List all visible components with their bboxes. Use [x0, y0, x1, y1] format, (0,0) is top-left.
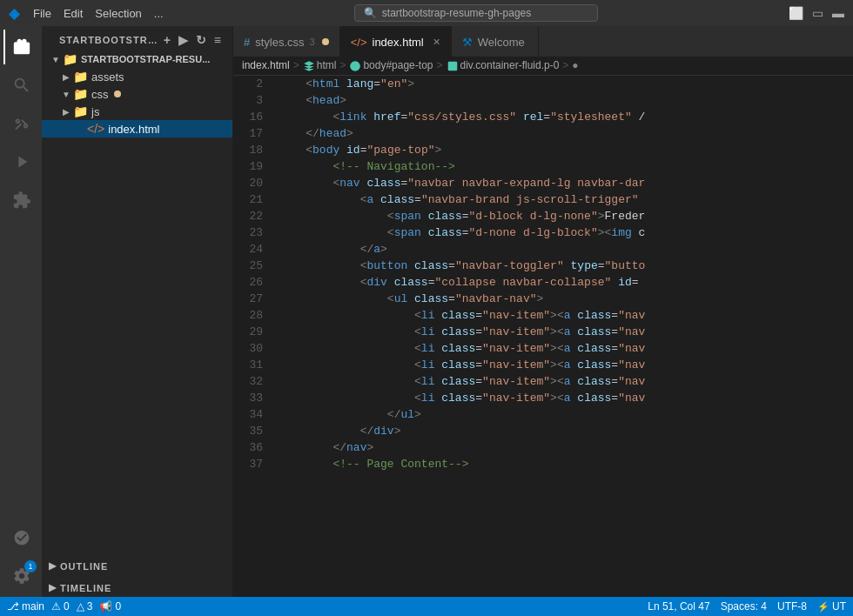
sep4: >	[562, 59, 568, 71]
menu-edit[interactable]: Edit	[64, 7, 83, 20]
styles-css-dot	[322, 38, 329, 45]
menu-more[interactable]: ...	[154, 7, 164, 20]
tree-item-js[interactable]: ▶ 📁 js	[42, 103, 232, 120]
source-control-icon[interactable]	[3, 106, 38, 141]
breadcrumb-more: ●	[572, 59, 578, 71]
remote-status[interactable]: ⚡ UT	[817, 600, 846, 613]
activity-bar: 1	[0, 26, 42, 597]
tree-item-index-html[interactable]: ▶ </> index.html	[42, 120, 232, 137]
explorer-title: STARTBOOTSTRAP-RESU...	[59, 35, 164, 45]
timeline-section[interactable]: ▶ TIMELINE	[42, 575, 232, 597]
css-label: css	[91, 88, 109, 101]
encoding-text: UTF-8	[777, 600, 807, 613]
menu-selection[interactable]: Selection	[95, 7, 141, 20]
layout-icon-2[interactable]: ▭	[812, 6, 823, 20]
indentation[interactable]: Spaces: 4	[721, 600, 767, 613]
folder-icon: 📁	[63, 52, 77, 66]
svg-rect-1	[447, 62, 457, 71]
sep2: >	[339, 59, 346, 71]
tree-item-css[interactable]: ▼ 📁 css	[42, 85, 232, 103]
remote-icon[interactable]	[3, 520, 38, 555]
menu-file[interactable]: File	[33, 7, 51, 20]
layout-icon-3[interactable]: ▬	[832, 6, 844, 20]
encoding[interactable]: UTF-8	[777, 600, 807, 613]
git-branch[interactable]: ⎇ main	[7, 600, 44, 613]
outline-section[interactable]: ▶ OUTLINE	[42, 553, 232, 575]
tab-styles-css[interactable]: # styles.css 3	[233, 26, 340, 57]
error-icon: ⚠	[51, 600, 61, 613]
title-bar-search: 🔍 startbootstrap-resume-gh-pages	[178, 4, 775, 22]
status-bar: ⎇ main ⚠ 0 △ 3 📢 0 Ln 51, Col 47 Spaces:…	[0, 597, 853, 616]
css-folder-icon: 📁	[73, 87, 88, 101]
sep1: >	[293, 59, 299, 71]
code-content: <html lang="en"> <head> <link href="css/…	[272, 76, 853, 597]
info-val: 0	[115, 600, 121, 613]
tree-item-assets[interactable]: ▶ 📁 assets	[42, 68, 232, 85]
errors: 0	[64, 600, 70, 613]
title-bar: ◆ File Edit Selection ... 🔍 startbootstr…	[0, 0, 853, 26]
cursor-position[interactable]: Ln 51, Col 47	[648, 600, 709, 613]
tab-welcome[interactable]: ⚒ Welcome	[452, 26, 539, 57]
spaces-text: Spaces: 4	[721, 600, 767, 613]
status-left: ⎇ main ⚠ 0 △ 3 📢 0	[7, 600, 121, 613]
explorer-header: STARTBOOTSTRAP-RESU... + ▶ ↻ ≡	[42, 26, 232, 50]
breadcrumb: index.html > html > body#page-top > div.…	[233, 57, 853, 76]
breadcrumb-body: body#page-top	[349, 59, 433, 72]
search-icon: 🔍	[364, 7, 377, 19]
js-arrow: ▶	[59, 107, 73, 117]
index-html-label: index.html	[108, 123, 159, 136]
file-tree: ▼ 📁 STARTBOOTSTRAP-RESU... ▶ 📁 assets ▼ …	[42, 50, 232, 553]
settings-icon[interactable]: 1	[3, 559, 38, 593]
breadcrumb-html: html	[303, 59, 337, 72]
layout-icon-1[interactable]: ⬜	[789, 6, 803, 20]
explorer-actions: + ▶ ↻ ≡	[164, 33, 222, 47]
breadcrumb-div: div.container-fluid.p-0	[447, 59, 560, 72]
tab-index-html[interactable]: </> index.html ✕	[340, 26, 452, 57]
css-modified-dot	[114, 90, 121, 97]
js-folder-icon: 📁	[73, 104, 88, 118]
index-html-tab-label: index.html	[373, 36, 424, 49]
warning-icon: △	[77, 600, 84, 613]
assets-folder-icon: 📁	[73, 70, 88, 84]
search-icon-activity[interactable]	[3, 68, 38, 103]
svg-point-0	[351, 61, 361, 71]
info-count[interactable]: 📢 0	[99, 600, 121, 613]
outline-arrow: ▶	[49, 560, 57, 572]
code-editor[interactable]: 2 3 16 17 18 19 20 21 22 23 24 25 26 27 …	[233, 76, 853, 597]
html-file-icon: </>	[87, 122, 104, 136]
menu-bar: File Edit Selection ...	[33, 7, 164, 20]
error-count[interactable]: ⚠ 0	[51, 600, 70, 613]
warnings: 3	[87, 600, 93, 613]
timeline-label: TIMELINE	[60, 583, 111, 593]
collapse-icon[interactable]: ≡	[214, 33, 222, 47]
activity-bottom: 1	[3, 520, 38, 597]
refresh-icon[interactable]: ↻	[196, 33, 207, 47]
window-controls: ⬜ ▭ ▬	[789, 6, 844, 20]
warning-count[interactable]: △ 3	[77, 600, 93, 613]
editor-area: # styles.css 3 </> index.html ✕ ⚒ Welcom…	[233, 26, 853, 597]
welcome-tab-icon: ⚒	[462, 36, 473, 49]
search-text: startbootstrap-resume-gh-pages	[382, 7, 531, 19]
info-icon: 📢	[99, 600, 112, 613]
outline-label: OUTLINE	[60, 561, 108, 572]
assets-arrow: ▶	[59, 72, 73, 82]
root-folder[interactable]: ▼ 📁 STARTBOOTSTRAP-RESU...	[42, 50, 232, 68]
extensions-icon[interactable]	[3, 183, 38, 218]
new-folder-icon[interactable]: ▶	[178, 33, 189, 47]
status-right: Ln 51, Col 47 Spaces: 4 UTF-8 ⚡ UT	[648, 600, 846, 613]
welcome-tab-label: Welcome	[478, 36, 525, 49]
index-html-tab-icon: </>	[351, 36, 367, 49]
new-file-icon[interactable]: +	[164, 33, 171, 47]
tab-close-button[interactable]: ✕	[433, 37, 440, 48]
root-arrow: ▼	[49, 55, 63, 64]
branch-name: main	[22, 600, 44, 613]
vscode-logo: ◆	[9, 5, 19, 22]
explorer-icon[interactable]	[3, 30, 38, 64]
run-icon[interactable]	[3, 144, 38, 179]
js-label: js	[91, 105, 99, 118]
remote-text: UT	[832, 600, 846, 613]
tabs-bar: # styles.css 3 </> index.html ✕ ⚒ Welcom…	[233, 26, 853, 57]
settings-badge: 1	[24, 560, 37, 572]
breadcrumb-index: index.html	[242, 59, 290, 71]
search-box[interactable]: 🔍 startbootstrap-resume-gh-pages	[354, 4, 598, 22]
